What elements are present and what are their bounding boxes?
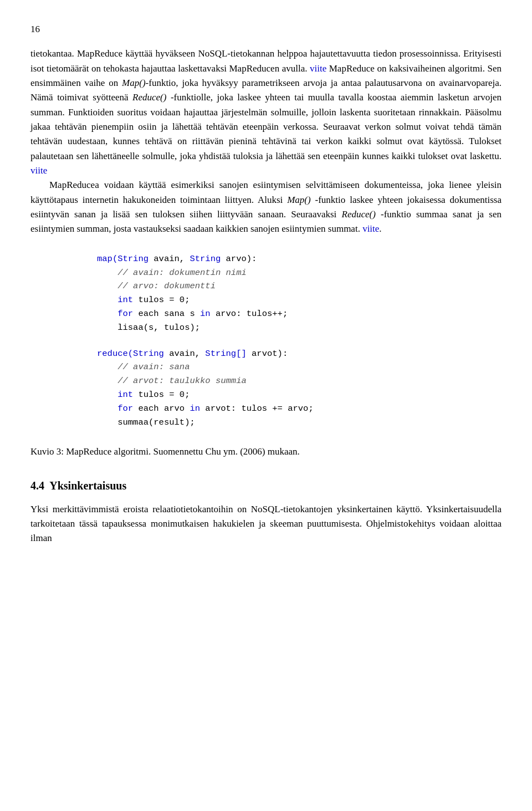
reduce-function-code: reduce(String avain, String[] arvot): //… <box>97 347 502 430</box>
code-map-line3: lisaa(s, tulos); <box>97 321 502 335</box>
code-map-line1: int tulos = 0; <box>97 293 502 307</box>
code-reduce-line2: for each arvo in arvot: tulos += arvo; <box>97 402 502 416</box>
page-container: 16 tietokantaa. MapReduce käyttää hyväks… <box>30 22 502 546</box>
paragraph-2: MapReducea voidaan käyttää esimerkiksi s… <box>30 178 502 236</box>
map-function-ref: Map() <box>122 78 145 88</box>
main-text: tietokantaa. MapReduce käyttää hyväkseen… <box>30 47 502 545</box>
section-44-heading: 4.4 Yksinkertaisuus <box>30 477 502 494</box>
code-reduce-comment1: // avain: sana <box>97 360 502 374</box>
code-reduce-line1: int tulos = 0; <box>97 388 502 402</box>
code-map-line2: for each sana s in arvo: tulos++; <box>97 307 502 321</box>
reference-viite-1: viite <box>310 63 326 74</box>
section-number: 4.4 <box>30 480 44 492</box>
section-44-text: Yksi merkittävimmistä eroista relaatioti… <box>30 502 502 546</box>
code-map-comment1: // avain: dokumentin nimi <box>97 266 502 280</box>
code-block: map(String avain, String arvo): // avain… <box>97 252 502 430</box>
map-function-ref-2: Map() <box>287 195 310 205</box>
code-map-comment2: // arvo: dokumentti <box>97 279 502 293</box>
paragraph-1: tietokantaa. MapReduce käyttää hyväkseen… <box>30 47 502 178</box>
reference-viite-2: viite <box>30 165 47 176</box>
code-reduce-line3: summaa(result); <box>97 416 502 430</box>
section-title: Yksinkertaisuus <box>49 480 126 492</box>
code-reduce-signature: reduce(String avain, String[] arvot): <box>97 347 502 361</box>
reference-viite-3: viite <box>362 223 379 234</box>
code-reduce-comment2: // arvot: taulukko summia <box>97 374 502 388</box>
reduce-function-ref-2: Reduce() <box>342 209 376 220</box>
map-function-code: map(String avain, String arvo): // avain… <box>97 252 502 335</box>
code-map-signature: map(String avain, String arvo): <box>97 252 502 266</box>
reduce-function-ref: Reduce() <box>132 92 166 103</box>
page-number: 16 <box>30 22 502 37</box>
figure-caption: Kuvio 3: MapReduce algoritmi. Suomennett… <box>30 445 502 459</box>
